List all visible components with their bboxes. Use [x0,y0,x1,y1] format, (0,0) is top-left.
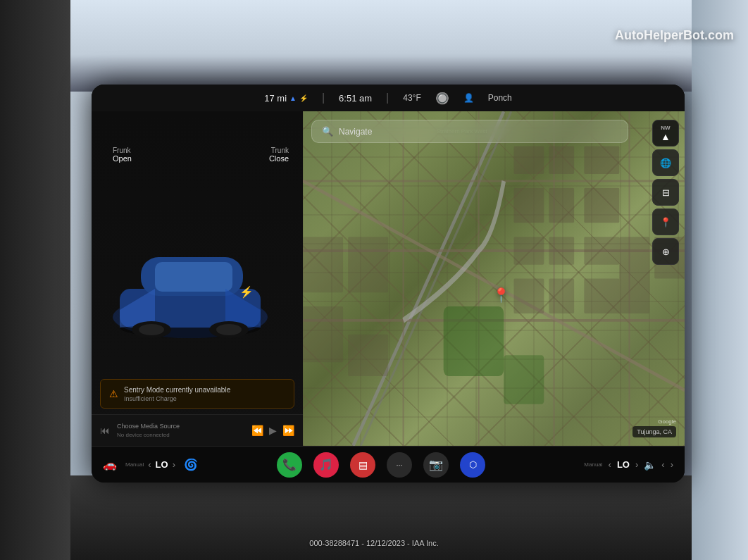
car-visual: Frunk Open Trunk Close [92,111,303,373]
fan-left-manual-label: Manual [125,461,144,468]
fan-right-manual-label: Manual [584,461,602,468]
status-temp: 43°F [403,93,420,103]
svg-point-10 [216,324,242,335]
media-app-button[interactable]: ▤ [350,452,375,478]
media-play-icon[interactable]: ▶ [269,425,277,436]
google-badge: Google [658,418,676,425]
music-icon: 🎵 [319,458,333,471]
svg-rect-32 [514,279,544,313]
sentry-banner: ⚠ Sentry Mode currently unavailable Insu… [100,379,294,409]
tesla-screen: 17 mi ▲ ⚡ | 6:51 am | 43°F 🔘 👤 Ponch Fru… [92,85,685,483]
status-time: 6:51 am [339,93,372,104]
fan-right-chevron-right[interactable]: › [635,459,638,470]
svg-rect-29 [514,237,544,265]
svg-rect-24 [549,146,574,174]
lightning-icon: ⚡ [299,94,308,102]
search-icon: 🔍 [322,126,333,137]
fan-left-chevron-right[interactable]: › [173,459,175,470]
svg-rect-35 [619,237,649,313]
volume-chevron-right[interactable]: › [671,459,673,470]
status-divider3: 🔘 [435,92,449,105]
fan-icon[interactable]: 🌀 [184,458,198,471]
bluetooth-button[interactable]: ⬡ [460,452,485,478]
media-icon: ▤ [359,459,368,471]
main-content: Frunk Open Trunk Close [92,111,685,446]
phone-icon: 📞 [282,458,297,471]
layers-icon: ⊟ [662,187,670,198]
sentry-subtitle: Insufficient Charge [124,395,230,402]
svg-rect-33 [549,279,574,313]
svg-rect-27 [549,188,574,223]
volume-icon[interactable]: 🔈 [644,459,656,471]
bluetooth-icon: ⬡ [469,459,477,470]
location-icon: 📍 [660,217,671,228]
status-bar: 17 mi ▲ ⚡ | 6:51 am | 43°F 🔘 👤 Ponch [92,85,685,111]
media-label: Choose Media Source No device connected [117,422,244,439]
more-icon: ··· [396,461,402,469]
car-icon[interactable]: 🚗 [103,458,117,471]
media-controls: ⏪ ▶ ⏩ [251,425,294,436]
car-interior-bottom [0,475,748,560]
fan-left-value: LO [156,459,168,470]
camera-app-button[interactable]: 📷 [423,452,449,478]
frunk-status: Open [113,154,132,163]
svg-point-8 [139,324,164,335]
svg-text:⚡: ⚡ [239,285,254,299]
map-panel[interactable]: Strathern Park West 📍 🔍 Navigate NW ▲ [303,111,685,446]
map-search-bar[interactable]: 🔍 Navigate [311,120,628,143]
map-background: Strathern Park West 📍 🔍 Navigate NW ▲ [303,111,685,446]
more-button[interactable]: ··· [387,452,412,478]
taskbar-left: 🚗 Manual ‹ LO › 🌀 [103,458,230,471]
screen-inner: 17 mi ▲ ⚡ | 6:51 am | 43°F 🔘 👤 Ponch Fru… [92,85,685,483]
svg-rect-38 [348,237,388,292]
volume-chevron-left[interactable]: ‹ [661,459,664,470]
location-badge: Tujunga, CA [632,426,676,437]
compass-button[interactable]: NW ▲ [652,120,679,147]
map-streets-svg [303,111,685,446]
svg-rect-23 [514,146,544,174]
media-bar[interactable]: ⏮ Choose Media Source No device connecte… [92,414,303,446]
svg-rect-4 [155,262,232,292]
status-user: 👤 [463,93,474,103]
status-divider2: | [386,92,389,104]
photo-credit: 000-38288471 - 12/12/2023 - IAA Inc. [309,539,438,547]
trunk-label: Trunk Close [269,147,289,163]
sentry-text-container: Sentry Mode currently unavailable Insuff… [124,385,230,402]
trunk-status: Close [269,154,289,163]
svg-rect-34 [584,279,619,313]
compass-arrow-icon: ▲ [661,131,671,142]
media-forward-icon[interactable]: ⏩ [282,425,294,436]
music-app-button[interactable]: 🎵 [313,452,339,478]
svg-rect-31 [584,237,619,265]
svg-rect-28 [584,188,619,223]
up-arrow-icon: ▲ [289,94,297,102]
location-button[interactable]: 📍 [652,209,679,235]
layers-button[interactable]: ⊟ [652,179,679,206]
media-prev-icon[interactable]: ⏮ [100,425,110,436]
left-panel: Frunk Open Trunk Close [92,111,303,446]
fan-right-chevron-left[interactable]: ‹ [609,459,611,470]
svg-rect-22 [444,306,504,376]
svg-rect-41 [504,355,544,404]
recenter-button[interactable]: ⊕ [652,238,679,265]
globe-icon: 🌐 [660,158,671,168]
svg-rect-37 [303,237,343,292]
svg-rect-40 [348,335,388,376]
fan-left-control: Manual [125,461,144,468]
phone-app-button[interactable]: 📞 [277,452,302,478]
status-range: 17 mi ▲ ⚡ [264,93,308,104]
car-interior-left [0,0,70,560]
svg-rect-25 [584,146,619,174]
svg-rect-39 [303,306,343,362]
fan-left-chevron-left[interactable]: ‹ [148,459,151,470]
map-controls: NW ▲ 🌐 ⊟ 📍 ⊕ [652,120,679,265]
satellite-view-button[interactable]: 🌐 [652,149,679,176]
watermark: AutoHelperBot.com [615,28,734,43]
car-interior-right [692,0,748,560]
media-back-icon[interactable]: ⏪ [251,425,263,436]
svg-rect-26 [514,188,544,223]
taskbar-fan-right: Manual [584,461,602,468]
taskbar: 🚗 Manual ‹ LO › 🌀 📞 🎵 [92,446,685,483]
car-illustration: ⚡ [99,204,282,345]
map-streets [303,111,685,446]
